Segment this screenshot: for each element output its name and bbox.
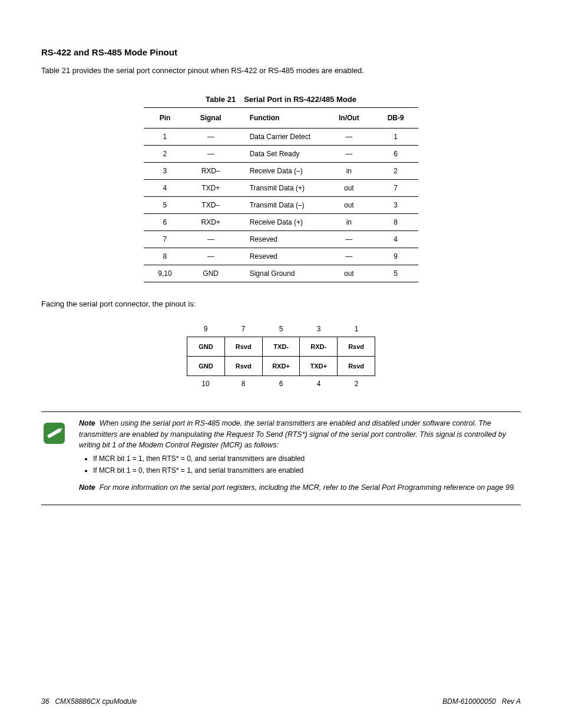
cell-db9: 2: [373, 163, 418, 180]
cell-function: Data Set Ready: [236, 146, 325, 163]
pinout-diagram: 9 7 5 3 1 GND Rsvd TXD- RXD- Rsvd GND Rs…: [187, 321, 375, 391]
note-label-2: Note: [79, 483, 95, 492]
pin-num: 5: [262, 321, 300, 337]
pin-cell: RXD+: [263, 357, 300, 375]
pin-cell: GND: [187, 357, 225, 375]
table-row: 6RXD+Receive Data (+)in8: [144, 214, 418, 231]
table-row: 4TXD+Transmit Data (+)out7: [144, 180, 418, 197]
pinout-table: Pin Signal Function In/Out DB-9 1—Data C…: [144, 107, 418, 282]
pin-num: 1: [338, 321, 375, 337]
cell-function: Transmit Data (–): [236, 197, 325, 214]
cell-signal: RXD+: [186, 214, 236, 231]
col-signal: Signal: [186, 108, 236, 129]
table-row: 3RXD–Receive Data (–)in2: [144, 163, 418, 180]
cell-inout: —: [325, 231, 373, 248]
note-text: Note When using the serial port in RS-48…: [79, 418, 521, 496]
cell-pin: 5: [144, 197, 186, 214]
cell-db9: 4: [373, 231, 418, 248]
table-number: Table 21: [206, 95, 236, 104]
col-pin: Pin: [144, 108, 186, 129]
pin-num: 10: [187, 376, 224, 391]
cell-db9: 6: [373, 146, 418, 163]
pin-cell: Rsvd: [338, 337, 375, 356]
cell-signal: RXD–: [186, 163, 236, 180]
cell-pin: 1: [144, 129, 186, 146]
cell-signal: TXD+: [186, 180, 236, 197]
footer-title: CMX58886CX cpuModule: [55, 697, 137, 706]
footer-doc-id: BDM-610000050: [442, 697, 496, 706]
cell-inout: in: [325, 214, 373, 231]
col-inout: In/Out: [325, 108, 373, 129]
table-row: 2—Data Set Ready—6: [144, 146, 418, 163]
cell-db9: 7: [373, 180, 418, 197]
pin-num: 3: [300, 321, 338, 337]
cell-db9: 9: [373, 248, 418, 265]
section-heading: RS-422 and RS-485 Mode Pinout: [41, 47, 521, 57]
cell-pin: 9,10: [144, 265, 186, 282]
cell-inout: —: [325, 146, 373, 163]
note-label: Note: [79, 419, 95, 427]
cell-pin: 4: [144, 180, 186, 197]
cell-function: Reseved: [236, 231, 325, 248]
cell-inout: out: [325, 265, 373, 282]
note-para2: For more information on the serial port …: [100, 483, 516, 492]
table-row: 7—Reseved—4: [144, 231, 418, 248]
cell-inout: —: [325, 248, 373, 265]
note-bullet: If MCR bit 1 = 1, then RTS* = 0, and ser…: [93, 454, 521, 464]
cell-function: Data Carrier Detect: [236, 129, 325, 146]
cell-function: Transmit Data (+): [236, 180, 325, 197]
cell-pin: 8: [144, 248, 186, 265]
facing-text: Facing the serial port connector, the pi…: [41, 299, 521, 309]
footer-revision: Rev A: [502, 697, 521, 706]
cell-inout: out: [325, 180, 373, 197]
cell-function: Signal Ground: [236, 265, 325, 282]
table-row: 8—Reseved—9: [144, 248, 418, 265]
pin-row-1: GND Rsvd TXD- RXD- Rsvd: [187, 337, 375, 357]
cell-function: Receive Data (+): [236, 214, 325, 231]
pin-cell: Rsvd: [338, 357, 375, 375]
cell-pin: 3: [144, 163, 186, 180]
note-para1: When using the serial port in RS-485 mod…: [79, 419, 506, 449]
cell-pin: 2: [144, 146, 186, 163]
col-function: Function: [236, 108, 325, 129]
cell-db9: 5: [373, 265, 418, 282]
intro-paragraph: Table 21 provides the serial port connec…: [41, 65, 521, 76]
pin-cell: TXD+: [300, 357, 338, 375]
cell-db9: 1: [373, 129, 418, 146]
cell-signal: —: [186, 129, 236, 146]
bottom-pin-numbers: 10 8 6 4 2: [187, 376, 375, 391]
cell-signal: GND: [186, 265, 236, 282]
note-bullet: If MCR bit 1 = 0, then RTS* = 1, and ser…: [93, 466, 521, 476]
note-icon: [41, 420, 67, 446]
table-header-row: Pin Signal Function In/Out DB-9: [144, 108, 418, 129]
pin-num: 4: [300, 376, 338, 391]
cell-db9: 8: [373, 214, 418, 231]
table-row: 1—Data Carrier Detect—1: [144, 129, 418, 146]
footer-page-number: 36: [41, 697, 49, 706]
note-bullets: If MCR bit 1 = 1, then RTS* = 0, and ser…: [79, 454, 521, 476]
pin-cell: TXD-: [263, 337, 300, 356]
page-footer: 36 CMX58886CX cpuModule BDM-610000050 Re…: [41, 697, 521, 706]
cell-inout: in: [325, 163, 373, 180]
cell-signal: —: [186, 248, 236, 265]
table-row: 5TXD–Transmit Data (–)out3: [144, 197, 418, 214]
pin-num: 2: [338, 376, 375, 391]
cell-signal: —: [186, 146, 236, 163]
cell-function: Receive Data (–): [236, 163, 325, 180]
top-pin-numbers: 9 7 5 3 1: [187, 321, 375, 337]
pin-num: 6: [262, 376, 300, 391]
cell-db9: 3: [373, 197, 418, 214]
pin-num: 9: [187, 321, 224, 337]
pin-row-2: GND Rsvd RXD+ TXD+ Rsvd: [187, 357, 375, 376]
pin-cell: Rsvd: [225, 357, 263, 375]
table-row: 9,10GNDSignal Groundout5: [144, 265, 418, 282]
cell-inout: out: [325, 197, 373, 214]
pin-cell: Rsvd: [225, 337, 263, 356]
pin-cell: GND: [187, 337, 225, 356]
table-caption: Table 21Serial Port in RS-422/485 Mode: [41, 95, 521, 104]
cell-inout: —: [325, 129, 373, 146]
cell-signal: —: [186, 231, 236, 248]
pin-num: 8: [224, 376, 262, 391]
cell-pin: 6: [144, 214, 186, 231]
pin-cell: RXD-: [300, 337, 338, 356]
